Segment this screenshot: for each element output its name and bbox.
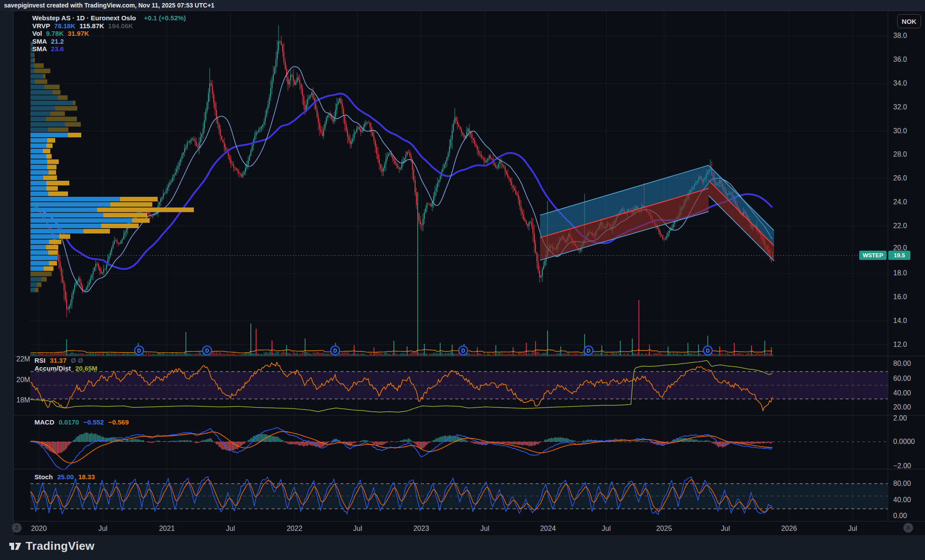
sma-slow-row[interactable]: SMA 23.6 xyxy=(32,45,186,53)
stoch-label: Stoch xyxy=(34,473,53,481)
price-tick-label[interactable]: 12.0 xyxy=(893,341,907,348)
rsi-legend[interactable]: RSI 31.37 Ø Ø xyxy=(34,357,83,364)
macd-tick-label[interactable]: 2.00 xyxy=(893,414,907,422)
macd-signal-value: −0.569 xyxy=(108,418,128,426)
time-tick-label[interactable]: Jul xyxy=(98,525,107,532)
dividend-marker[interactable]: D xyxy=(459,346,468,355)
price-tick-label[interactable]: 38.0 xyxy=(893,32,907,39)
stoch-d-value: 18.33 xyxy=(78,473,95,481)
auto-scale-button[interactable]: A xyxy=(903,523,913,533)
stoch-tick-label[interactable]: 0.00 xyxy=(893,512,907,519)
vol-ma-value: 31.97K xyxy=(68,30,89,38)
vol-value: 9.78K xyxy=(46,30,64,38)
time-tick-label[interactable]: 2020 xyxy=(31,525,47,532)
svg-text:D: D xyxy=(461,348,465,354)
time-tick-label[interactable]: Jul xyxy=(480,525,489,532)
price-tick-label[interactable]: 24.0 xyxy=(893,198,907,206)
watermark-text: savepiginvest created with TradingView.c… xyxy=(4,2,215,9)
sma-slow-value: 23.6 xyxy=(51,45,64,53)
time-tick-label[interactable]: Jul xyxy=(602,525,611,532)
sma-fast-label: SMA xyxy=(32,38,47,45)
time-tick-label[interactable]: 2025 xyxy=(656,525,672,532)
time-tick-label[interactable]: 2021 xyxy=(159,525,175,532)
rsi-tick-label[interactable]: 40.00 xyxy=(893,389,911,397)
sma-fast-value: 21.2 xyxy=(51,38,64,45)
tradingview-logo-text: TradingView xyxy=(26,539,94,553)
vol-label: Vol xyxy=(32,30,42,38)
accdist-label: Accum/Dist xyxy=(34,365,71,372)
symbol-legend[interactable]: Webstep AS · 1D · Euronext Oslo +0.1 (+0… xyxy=(32,14,186,53)
vrvp-value-1: 78.18K xyxy=(54,22,76,30)
macd-legend[interactable]: MACD 0.0170 −0.552 −0.569 xyxy=(34,418,128,426)
rsi-tick-label[interactable]: 20.00 xyxy=(893,403,911,411)
price-tick-label[interactable]: 26.0 xyxy=(893,174,907,182)
volume-row[interactable]: Vol 9.78K 31.97K xyxy=(32,30,186,38)
svg-text:D: D xyxy=(205,348,209,354)
macd-tick-label[interactable]: −2.00 xyxy=(893,462,911,470)
svg-text:D: D xyxy=(333,348,337,354)
price-tick-label[interactable]: 16.0 xyxy=(893,293,907,301)
rsi-tick-label[interactable]: 80.00 xyxy=(893,360,911,367)
stoch-tick-label[interactable]: 80.00 xyxy=(893,480,911,487)
accdist-left-tick-label[interactable]: 18M xyxy=(16,396,30,404)
macd-tick-label[interactable]: 0.0000 xyxy=(893,438,915,445)
time-tick-label[interactable]: Jul xyxy=(226,525,235,532)
dividend-marker[interactable]: D xyxy=(135,346,143,355)
dividend-marker[interactable]: D xyxy=(703,346,712,355)
vrvp-row[interactable]: VRVP 78.18K 115.87K 194.06K xyxy=(32,22,186,30)
dividend-marker[interactable]: D xyxy=(584,346,593,355)
accdist-value: 20.65M xyxy=(76,365,98,372)
stoch-legend[interactable]: Stoch 25.00 18.33 xyxy=(34,473,95,481)
vrvp-label: VRVP xyxy=(32,22,50,30)
rsi-tick-label[interactable]: 60.00 xyxy=(893,375,911,382)
macd-hist-value: 0.0170 xyxy=(59,418,79,426)
price-tick-label[interactable]: 14.0 xyxy=(893,317,907,324)
rsi-extra: Ø Ø xyxy=(71,357,83,364)
tradingview-logo-icon xyxy=(9,540,22,553)
time-tick-label[interactable]: 2024 xyxy=(540,525,556,532)
symbol-row[interactable]: Webstep AS · 1D · Euronext Oslo +0.1 (+0… xyxy=(32,14,186,22)
last-price-badge[interactable]: 19.5 xyxy=(888,251,910,260)
vrvp-value-2: 115.87K xyxy=(79,22,104,30)
price-tick-label[interactable]: 30.0 xyxy=(893,127,907,135)
svg-text:D: D xyxy=(137,348,141,354)
symbol-title: Webstep AS · 1D · Euronext Oslo xyxy=(32,14,136,22)
price-tick-label[interactable]: 22.0 xyxy=(893,222,907,229)
timezone-button[interactable]: Z xyxy=(12,523,22,533)
dividend-marker[interactable]: D xyxy=(203,346,211,355)
time-tick-label[interactable]: Jul xyxy=(848,525,857,532)
price-tick-label[interactable]: 34.0 xyxy=(893,79,907,87)
chart-canvas[interactable]: DDDDDD38.036.034.032.030.028.026.024.022… xyxy=(14,11,925,536)
time-tick-label[interactable]: 2026 xyxy=(781,525,797,532)
currency-button[interactable]: NOK xyxy=(897,14,921,28)
accdist-legend[interactable]: Accum/Dist 20.65M xyxy=(34,365,98,372)
price-tick-label[interactable]: 36.0 xyxy=(893,56,907,63)
rsi-value: 31.37 xyxy=(50,357,67,364)
accdist-left-tick-label[interactable]: 22M xyxy=(16,355,30,363)
footer-brand[interactable]: TradingView xyxy=(9,539,94,553)
chart-frame: DDDDDD38.036.034.032.030.028.026.024.022… xyxy=(13,11,925,536)
rsi-label: RSI xyxy=(34,357,45,364)
price-tick-label[interactable]: 18.0 xyxy=(893,269,907,277)
macd-label: MACD xyxy=(34,418,54,426)
tradingview-page: savepiginvest created with TradingView.c… xyxy=(0,0,925,560)
stoch-k-value: 25.00 xyxy=(57,473,74,481)
dividend-marker[interactable]: D xyxy=(331,346,340,355)
price-tick-label[interactable]: 32.0 xyxy=(893,103,907,111)
stoch-tick-label[interactable]: 40.00 xyxy=(893,496,911,504)
macd-value: −0.552 xyxy=(83,418,104,426)
price-tick-label[interactable]: 28.0 xyxy=(893,150,907,158)
svg-text:D: D xyxy=(706,348,710,354)
svg-text:D: D xyxy=(587,348,591,354)
accdist-left-tick-label[interactable]: 20M xyxy=(16,376,30,383)
change-value: +0.1 (+0.52%) xyxy=(144,14,186,22)
last-price-symbol-badge[interactable]: WSTEP xyxy=(859,251,887,260)
time-tick-label[interactable]: Jul xyxy=(721,525,730,532)
sma-slow-label: SMA xyxy=(32,45,47,53)
watermark-bar: savepiginvest created with TradingView.c… xyxy=(0,0,925,11)
time-tick-label[interactable]: 2022 xyxy=(287,525,302,532)
vrvp-value-3: 194.06K xyxy=(108,22,133,30)
time-tick-label[interactable]: Jul xyxy=(353,525,362,532)
time-tick-label[interactable]: 2023 xyxy=(413,525,429,532)
sma-fast-row[interactable]: SMA 21.2 xyxy=(32,38,186,45)
